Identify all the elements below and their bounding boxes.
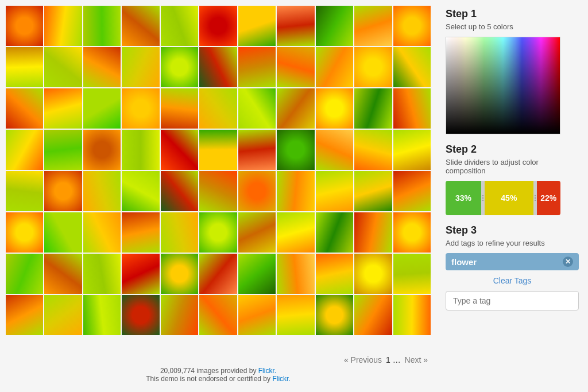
grid-cell[interactable] <box>354 47 392 87</box>
grid-cell[interactable] <box>6 47 43 87</box>
grid-cell[interactable] <box>83 47 121 87</box>
grid-cell[interactable] <box>393 254 431 294</box>
tag-flower-remove[interactable]: ✕ <box>563 257 573 267</box>
grid-cell[interactable] <box>161 6 198 46</box>
grid-cell[interactable] <box>393 212 431 253</box>
grid-cell[interactable] <box>122 254 159 294</box>
grid-cell[interactable] <box>277 47 314 87</box>
flickr-link-1[interactable]: Flickr. <box>258 367 276 375</box>
grid-cell[interactable] <box>199 6 237 46</box>
red-bar[interactable]: 22% <box>537 181 560 215</box>
grid-cell[interactable] <box>83 6 121 46</box>
grid-cell[interactable] <box>393 130 431 170</box>
grid-cell[interactable] <box>277 295 314 335</box>
grid-cell[interactable] <box>277 171 314 211</box>
grid-cell[interactable] <box>83 171 121 211</box>
grid-cell[interactable] <box>354 254 392 294</box>
next-link[interactable]: Next » <box>405 355 428 364</box>
grid-cell[interactable] <box>199 295 237 335</box>
grid-cell[interactable] <box>354 130 392 170</box>
grid-cell[interactable] <box>199 47 237 87</box>
grid-cell[interactable] <box>122 212 159 253</box>
grid-cell[interactable] <box>354 295 392 335</box>
color-picker[interactable] <box>446 37 560 134</box>
grid-cell[interactable] <box>393 295 431 335</box>
grid-cell[interactable] <box>277 130 314 170</box>
grid-cell[interactable] <box>238 130 276 170</box>
step3-desc: Add tags to refine your results <box>446 239 579 247</box>
grid-cell[interactable] <box>316 212 353 253</box>
grid-cell[interactable] <box>83 295 121 335</box>
grid-cell[interactable] <box>122 47 159 87</box>
grid-cell[interactable] <box>122 171 159 211</box>
grid-cell[interactable] <box>354 171 392 211</box>
grid-cell[interactable] <box>44 88 82 129</box>
grid-cell[interactable] <box>83 212 121 253</box>
grid-cell[interactable] <box>161 171 198 211</box>
grid-cell[interactable] <box>122 6 159 46</box>
grid-cell[interactable] <box>316 254 353 294</box>
grid-cell[interactable] <box>44 130 82 170</box>
grid-cell[interactable] <box>238 254 276 294</box>
grid-cell[interactable] <box>6 295 43 335</box>
yellow-bar[interactable]: 45% <box>485 181 533 215</box>
grid-cell[interactable] <box>122 295 159 335</box>
grid-cell[interactable] <box>6 254 43 294</box>
grid-cell[interactable] <box>83 88 121 129</box>
grid-cell[interactable] <box>277 6 314 46</box>
grid-cell[interactable] <box>161 130 198 170</box>
grid-cell[interactable] <box>44 254 82 294</box>
grid-cell[interactable] <box>122 130 159 170</box>
grid-cell[interactable] <box>277 88 314 129</box>
grid-cell[interactable] <box>316 171 353 211</box>
grid-cell[interactable] <box>277 254 314 294</box>
clear-tags-button[interactable]: Clear Tags <box>446 274 579 288</box>
grid-cell[interactable] <box>238 88 276 129</box>
grid-cell[interactable] <box>354 6 392 46</box>
grid-cell[interactable] <box>44 6 82 46</box>
prev-link[interactable]: « Previous <box>344 355 382 364</box>
tag-input[interactable] <box>446 291 579 311</box>
grid-cell[interactable] <box>316 295 353 335</box>
grid-cell[interactable] <box>44 295 82 335</box>
grid-cell[interactable] <box>6 88 43 129</box>
grid-cell[interactable] <box>6 171 43 211</box>
grid-cell[interactable] <box>122 88 159 129</box>
grid-cell[interactable] <box>199 212 237 253</box>
green-bar[interactable]: 33% <box>446 181 481 215</box>
grid-cell[interactable] <box>199 88 237 129</box>
grid-cell[interactable] <box>316 6 353 46</box>
grid-cell[interactable] <box>6 6 43 46</box>
grid-cell[interactable] <box>6 212 43 253</box>
grid-cell[interactable] <box>44 47 82 87</box>
grid-cell[interactable] <box>199 171 237 211</box>
grid-cell[interactable] <box>161 212 198 253</box>
grid-cell[interactable] <box>316 130 353 170</box>
grid-cell[interactable] <box>161 254 198 294</box>
grid-cell[interactable] <box>238 295 276 335</box>
grid-cell[interactable] <box>316 47 353 87</box>
grid-cell[interactable] <box>393 88 431 129</box>
grid-cell[interactable] <box>238 171 276 211</box>
grid-cell[interactable] <box>316 88 353 129</box>
grid-cell[interactable] <box>44 212 82 253</box>
grid-cell[interactable] <box>393 171 431 211</box>
grid-cell[interactable] <box>199 130 237 170</box>
grid-cell[interactable] <box>199 254 237 294</box>
grid-cell[interactable] <box>354 212 392 253</box>
grid-cell[interactable] <box>83 254 121 294</box>
grid-cell[interactable] <box>44 171 82 211</box>
grid-cell[interactable] <box>161 295 198 335</box>
grid-cell[interactable] <box>238 47 276 87</box>
grid-cell[interactable] <box>83 130 121 170</box>
flickr-link-2[interactable]: Flickr. <box>272 375 290 383</box>
grid-cell[interactable] <box>161 88 198 129</box>
grid-cell[interactable] <box>238 212 276 253</box>
grid-cell[interactable] <box>354 88 392 129</box>
grid-cell[interactable] <box>238 6 276 46</box>
grid-cell[interactable] <box>393 47 431 87</box>
grid-cell[interactable] <box>277 212 314 253</box>
grid-cell[interactable] <box>6 130 43 170</box>
grid-cell[interactable] <box>393 6 431 46</box>
grid-cell[interactable] <box>161 47 198 87</box>
